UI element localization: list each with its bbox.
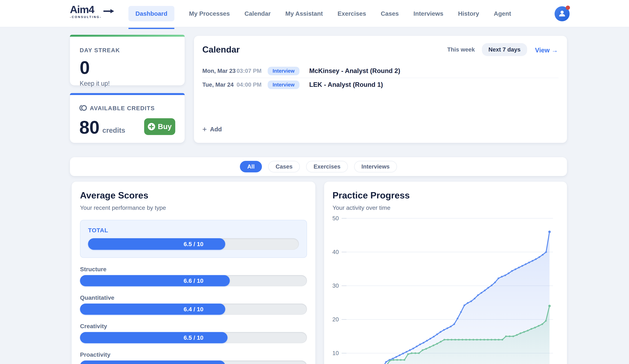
series-1-blue-point bbox=[470, 300, 472, 302]
series-1-blue-point bbox=[430, 338, 431, 340]
series-1-blue-point bbox=[416, 346, 418, 347]
series-2-green-point bbox=[534, 327, 536, 328]
series-2-green-point bbox=[454, 339, 456, 341]
logo-arrow-icon bbox=[103, 9, 114, 14]
event-title: McKinsey - Analyst (Round 2) bbox=[309, 67, 400, 75]
calendar-events-list: Mon, Mar 23 03:07 PM Interview McKinsey … bbox=[202, 64, 559, 91]
day-streak-card: DAY STREAK 0 Keep it up! bbox=[70, 35, 185, 85]
calendar-event-row[interactable]: Mon, Mar 23 03:07 PM Interview McKinsey … bbox=[202, 64, 559, 78]
total-label: TOTAL bbox=[88, 227, 299, 234]
credits-unit: credits bbox=[102, 126, 125, 134]
series-1-blue-point bbox=[446, 327, 448, 329]
series-2-green-point bbox=[480, 339, 481, 341]
range-option[interactable]: Next 7 days bbox=[482, 43, 527, 56]
series-2-green-point bbox=[433, 345, 434, 346]
score-label: Creativity bbox=[80, 323, 307, 330]
series-1-blue-point bbox=[525, 263, 527, 265]
series-2-green-point bbox=[487, 339, 489, 341]
series-1-blue-point bbox=[402, 353, 404, 354]
series-2-green-point bbox=[472, 339, 474, 341]
series-2-green-point bbox=[512, 336, 514, 337]
nav-item[interactable]: My Assistant bbox=[285, 10, 323, 17]
series-1-blue-point bbox=[406, 351, 407, 353]
coins-icon bbox=[79, 104, 87, 112]
event-time: 04:00 PM bbox=[237, 81, 268, 88]
series-1-blue-point bbox=[511, 270, 513, 272]
nav-item[interactable]: Interviews bbox=[413, 10, 443, 17]
filter-pill[interactable]: Exercises bbox=[306, 161, 348, 172]
y-axis-label: 30 bbox=[332, 282, 339, 289]
series-2-green-point bbox=[530, 328, 532, 330]
series-1-blue-point bbox=[477, 294, 479, 296]
nav-item[interactable]: Agent bbox=[494, 10, 511, 17]
score-rows: Structure 6.6 / 10 Quantitative 6.4 / 10… bbox=[80, 266, 307, 364]
series-2-green-point bbox=[541, 323, 543, 325]
main-nav: Dashboard My Processes Calendar My Assis… bbox=[128, 0, 511, 27]
series-2-green-point bbox=[469, 339, 471, 341]
calendar-event-row[interactable]: Tue, Mar 24 04:00 PM Interview LEK - Ana… bbox=[202, 78, 559, 91]
series-1-blue-point bbox=[521, 265, 523, 267]
series-1-blue-point bbox=[480, 292, 482, 294]
series-2-green-point bbox=[498, 339, 499, 341]
nav-item[interactable]: Calendar bbox=[244, 10, 271, 17]
calendar-card: Calendar This weekNext 7 days View → Mon… bbox=[194, 36, 567, 143]
event-date: Mon, Mar 23 bbox=[202, 68, 237, 74]
series-1-blue-point bbox=[542, 254, 544, 255]
nav-item[interactable]: Cases bbox=[381, 10, 399, 17]
nav-item[interactable]: My Processes bbox=[189, 10, 230, 17]
credits-label: AVAILABLE CREDITS bbox=[90, 105, 155, 112]
logo-wordmark: Aim4 bbox=[70, 4, 94, 15]
buy-credits-button[interactable]: Buy bbox=[144, 118, 175, 135]
series-1-blue-point bbox=[498, 277, 499, 279]
event-date: Tue, Mar 24 bbox=[202, 81, 237, 88]
series-2-green-point bbox=[538, 325, 540, 327]
series-1-blue-point bbox=[538, 256, 540, 258]
series-1-blue-point bbox=[535, 258, 537, 260]
calendar-title: Calendar bbox=[202, 45, 240, 55]
series-2-green-point bbox=[462, 339, 463, 341]
series-1-blue-point bbox=[487, 287, 489, 289]
range-option[interactable]: This week bbox=[446, 43, 477, 56]
series-2-green-point bbox=[523, 331, 525, 333]
series-1-blue-point bbox=[453, 323, 455, 325]
total-score-value: 6.5 / 10 bbox=[88, 238, 299, 250]
series-1-blue-point bbox=[419, 344, 421, 345]
person-icon bbox=[558, 9, 566, 18]
plus-icon: + bbox=[202, 126, 207, 132]
nav-item[interactable]: Exercises bbox=[337, 10, 366, 17]
series-2-green-point bbox=[429, 346, 431, 348]
series-1-blue-point bbox=[423, 342, 424, 344]
series-2-green-point bbox=[422, 349, 423, 351]
series-1-blue-point bbox=[464, 304, 465, 306]
series-1-blue-point bbox=[440, 331, 441, 333]
y-axis-label: 20 bbox=[332, 316, 339, 323]
series-2-green-point bbox=[548, 305, 551, 307]
series-1-blue-point bbox=[457, 318, 459, 319]
nav-item[interactable]: History bbox=[458, 10, 479, 17]
user-avatar-button[interactable] bbox=[555, 6, 570, 21]
calendar-view-link[interactable]: View → bbox=[535, 47, 558, 54]
progress-title: Practice Progress bbox=[332, 190, 559, 201]
score-row: Proactivity 6.4 / 10 bbox=[80, 351, 307, 364]
series-2-green-point bbox=[501, 339, 503, 341]
practice-progress-card: 5040302010 Practice Progress Your activi… bbox=[324, 182, 567, 364]
filter-pill[interactable]: Interviews bbox=[354, 161, 397, 172]
filter-pill[interactable]: Cases bbox=[268, 161, 300, 172]
filter-pill[interactable]: All bbox=[240, 161, 262, 172]
add-event-button[interactable]: + Add bbox=[202, 126, 222, 133]
nav-item-active[interactable]: Dashboard bbox=[128, 6, 174, 21]
content-filter-bar: AllCasesExercisesInterviews bbox=[70, 157, 567, 176]
score-row: Quantitative 6.4 / 10 bbox=[80, 294, 307, 315]
series-1-blue-point bbox=[385, 361, 387, 363]
top-navigation-bar: Aim4 -CONSULTING- Dashboard My Processes… bbox=[0, 0, 629, 27]
series-1-blue-point bbox=[508, 272, 509, 274]
score-value: 6.6 / 10 bbox=[80, 275, 307, 286]
series-2-green-point bbox=[400, 359, 402, 361]
series-2-green-point bbox=[451, 339, 453, 341]
series-2-green-point bbox=[447, 339, 449, 341]
score-bar: 6.6 / 10 bbox=[80, 275, 307, 286]
series-2-green-point bbox=[444, 339, 445, 341]
active-tab-underline bbox=[128, 28, 174, 29]
app-logo[interactable]: Aim4 -CONSULTING- bbox=[70, 4, 108, 19]
series-1-blue-point bbox=[504, 274, 506, 276]
